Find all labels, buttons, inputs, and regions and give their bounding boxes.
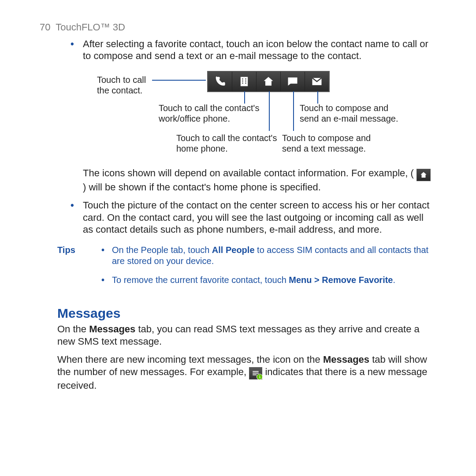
tips-block: Tips • On the People tab, touch All Peop…	[57, 245, 436, 294]
bullet-text: After selecting a favorite contact, touc…	[83, 38, 436, 62]
leader-line	[269, 91, 270, 131]
bullet-item: • After selecting a favorite contact, to…	[71, 38, 436, 62]
leader-line	[293, 91, 294, 131]
messages-paragraph-1: On the Messages tab, you can read SMS te…	[57, 323, 436, 347]
diagram-label-sms: Touch to compose and send a text message…	[282, 133, 392, 154]
tip-text: To remove the current favorite contact, …	[112, 275, 395, 286]
bullet-icon: •	[101, 245, 112, 267]
diagram-label-work: Touch to call the contact's work/office …	[159, 103, 269, 124]
bullet-icon: •	[71, 38, 83, 62]
tip-text: On the People tab, touch All People to a…	[112, 245, 436, 267]
office-phone-icon	[232, 72, 257, 91]
home-phone-icon	[257, 72, 281, 91]
diagram-label-call: Touch to call the contact.	[97, 74, 163, 96]
tips-body: • On the People tab, touch All People to…	[101, 245, 436, 294]
page-header: 70 TouchFLO™ 3D	[40, 21, 436, 33]
tip-item: • To remove the current favorite contact…	[101, 275, 436, 286]
diagram-label-email: Touch to compose and send an e-mail mess…	[300, 103, 410, 124]
bullet-icon: •	[101, 275, 112, 286]
icon-dependency-note: The icons shown will depend on available…	[83, 167, 436, 193]
manual-page: 70 TouchFLO™ 3D • After selecting a favo…	[0, 0, 476, 419]
page-number: 70	[40, 22, 50, 33]
phone-icon	[208, 72, 232, 91]
leader-line	[317, 91, 318, 104]
section-heading-messages: Messages	[57, 305, 436, 322]
email-icon	[305, 72, 329, 91]
chapter-title: TouchFLO™ 3D	[56, 22, 125, 33]
tip-item: • On the People tab, touch All People to…	[101, 245, 436, 267]
leader-line	[244, 91, 245, 104]
contact-icons-diagram: Touch to call the contact. Touch to call…	[97, 71, 436, 164]
messages-paragraph-2: When there are new incoming text message…	[57, 353, 436, 391]
diagram-label-home: Touch to call the contact's home phone.	[176, 133, 291, 154]
icon-strip	[207, 71, 330, 92]
bullet-item: • Touch the picture of the contact on th…	[71, 199, 436, 236]
new-message-badge: 1	[257, 374, 263, 380]
leader-line	[152, 80, 206, 81]
home-phone-icon	[416, 169, 431, 181]
bullet-icon: •	[71, 199, 83, 236]
messages-tab-icon: 1	[249, 367, 262, 379]
sms-icon	[281, 72, 305, 91]
bullet-text: Touch the picture of the contact on the …	[83, 199, 436, 236]
tips-label: Tips	[57, 245, 101, 294]
